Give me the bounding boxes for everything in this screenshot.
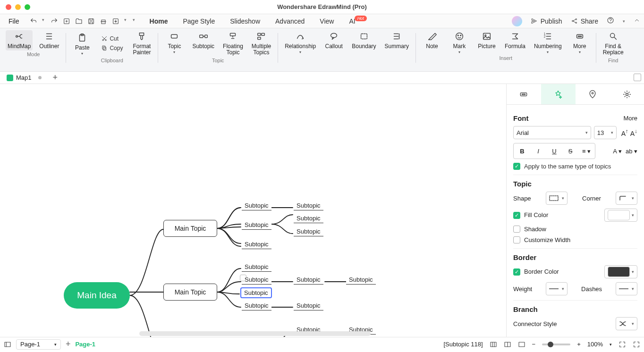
shape-select[interactable]: ▾ — [546, 192, 568, 205]
subtopic-node[interactable]: Subtopic — [294, 275, 323, 285]
main-topic-1[interactable]: Main Topic — [163, 220, 217, 237]
fill-color-picker[interactable]: ▾ — [604, 209, 637, 222]
connector-select[interactable]: ▾ — [616, 317, 637, 330]
font-size-select[interactable]: 13▾ — [594, 126, 617, 139]
panel-toggle[interactable] — [634, 74, 641, 81]
find-replace-button[interactable]: Find & Replace — [601, 30, 626, 57]
italic-button[interactable]: I — [532, 145, 545, 157]
shrink-font[interactable]: A↓ — [630, 128, 637, 137]
tab-ai[interactable]: AIHot — [346, 16, 370, 27]
panel-tab-map[interactable] — [576, 84, 610, 104]
panel-tab-settings[interactable] — [610, 84, 644, 104]
subtopic-node[interactable]: Subtopic — [346, 275, 376, 285]
outline-toggle[interactable] — [4, 341, 11, 348]
export-dropdown[interactable]: ▾ — [124, 17, 128, 25]
collapse-ribbon[interactable] — [634, 17, 640, 25]
bold-button[interactable]: B — [516, 145, 529, 157]
fit-page[interactable] — [619, 341, 626, 348]
subtopic-button[interactable]: Subtopic — [190, 30, 216, 57]
relationship-button[interactable]: Relationship▾ — [283, 30, 318, 54]
undo-dropdown[interactable]: ▾ — [42, 17, 46, 25]
close-window[interactable] — [6, 4, 11, 10]
qat-more[interactable]: ▾ — [133, 17, 136, 25]
shadow-checkbox[interactable] — [513, 226, 520, 233]
redo-button[interactable] — [51, 17, 58, 25]
canvas[interactable]: Main Idea Main Topic Main Topic Main Top… — [0, 84, 506, 337]
align-button[interactable]: ≡ ▾ — [580, 145, 593, 157]
share-button[interactable]: Share — [571, 17, 598, 25]
tab-page-style[interactable]: Page Style — [180, 16, 218, 27]
zoom-window[interactable] — [25, 4, 30, 10]
tab-slideshow[interactable]: Slideshow — [227, 16, 263, 27]
export-button[interactable] — [112, 17, 119, 25]
subtopic-selected[interactable]: Subtopic — [240, 287, 272, 298]
format-painter[interactable]: Format Painter — [130, 30, 153, 57]
floating-topic-button[interactable]: Floating Topic — [221, 30, 245, 57]
boundary-button[interactable]: Boundary — [350, 30, 378, 54]
view-mode-1[interactable] — [490, 341, 497, 348]
page-select[interactable]: Page-1▾ — [16, 339, 61, 350]
tab-home[interactable]: Home — [147, 16, 171, 27]
view-mode-3[interactable] — [518, 341, 525, 348]
text-effects[interactable]: ab ▾ — [626, 148, 637, 155]
panel-tab-layout[interactable] — [507, 84, 541, 104]
subtopic-node[interactable]: Subtopic — [242, 262, 271, 272]
subtopic-node[interactable]: Subtopic — [242, 220, 271, 230]
underline-button[interactable]: U — [548, 145, 561, 157]
active-page[interactable]: Page-1 — [75, 341, 95, 348]
picture-button[interactable]: Picture — [475, 30, 498, 54]
mindmap-mode[interactable]: MindMap — [6, 30, 33, 50]
view-mode-2[interactable] — [504, 341, 511, 348]
paste-button[interactable]: Paste▾ — [71, 32, 93, 56]
zoom-out[interactable]: − — [532, 341, 536, 348]
zoom-level[interactable]: 100% — [587, 341, 603, 348]
strike-button[interactable]: S — [564, 145, 577, 157]
horizontal-scrollbar[interactable] — [139, 331, 371, 336]
print-button[interactable] — [100, 17, 107, 25]
border-color-picker[interactable]: ▾ — [604, 265, 637, 278]
undo-button[interactable] — [30, 17, 37, 25]
subtopic-node[interactable]: Subtopic — [242, 301, 271, 310]
grow-font[interactable]: A↑ — [621, 128, 628, 137]
zoom-in[interactable]: + — [577, 341, 581, 348]
file-menu[interactable]: File — [4, 16, 24, 27]
font-color[interactable]: A ▾ — [613, 148, 622, 155]
panel-tab-style[interactable] — [541, 84, 576, 104]
doc-tab-map1[interactable]: Map1 — [3, 73, 45, 82]
corner-select[interactable]: ▾ — [616, 192, 637, 205]
help-button[interactable] — [607, 17, 614, 25]
summary-button[interactable]: Summary — [383, 30, 411, 54]
font-family-select[interactable]: Arial▾ — [513, 126, 591, 139]
main-topic-2[interactable]: Main Topic — [163, 284, 217, 301]
subtopic-node[interactable]: Subtopic — [294, 301, 323, 310]
callout-button[interactable]: Callout — [322, 30, 345, 54]
topic-button[interactable]: Topic▾ — [163, 30, 186, 57]
mark-button[interactable]: Mark▾ — [448, 30, 471, 54]
font-more[interactable]: More — [623, 115, 637, 122]
help-dropdown[interactable]: ▾ — [623, 19, 625, 24]
dashes-select[interactable]: ▾ — [616, 282, 637, 295]
collapse-handle[interactable] — [240, 275, 246, 281]
copy-button[interactable]: Copy — [98, 44, 126, 52]
tab-view[interactable]: View — [317, 16, 337, 27]
tab-advanced[interactable]: Advanced — [272, 16, 307, 27]
note-button[interactable]: Note — [421, 30, 443, 54]
zoom-slider[interactable] — [542, 344, 570, 345]
formula-button[interactable]: Formula — [503, 30, 527, 54]
more-button[interactable]: More▾ — [568, 30, 591, 54]
fullscreen[interactable] — [633, 341, 640, 348]
custom-width-checkbox[interactable] — [513, 236, 520, 243]
user-avatar[interactable] — [512, 16, 522, 26]
numbering-button[interactable]: 12Numbering▾ — [532, 30, 564, 54]
subtopic-node[interactable]: Subtopic — [242, 240, 271, 249]
subtopic-node[interactable]: Subtopic — [242, 201, 271, 210]
multiple-topics-button[interactable]: Multiple Topics — [250, 30, 273, 57]
subtopic-node[interactable]: Subtopic — [294, 201, 323, 210]
publish-button[interactable]: Publish — [531, 17, 562, 25]
add-page[interactable]: + — [66, 339, 71, 349]
weight-select[interactable]: ▾ — [546, 282, 568, 295]
new-button[interactable] — [63, 17, 70, 25]
open-button[interactable] — [75, 17, 83, 25]
minimize-window[interactable] — [15, 4, 21, 10]
cut-button[interactable]: Cut — [98, 34, 126, 43]
